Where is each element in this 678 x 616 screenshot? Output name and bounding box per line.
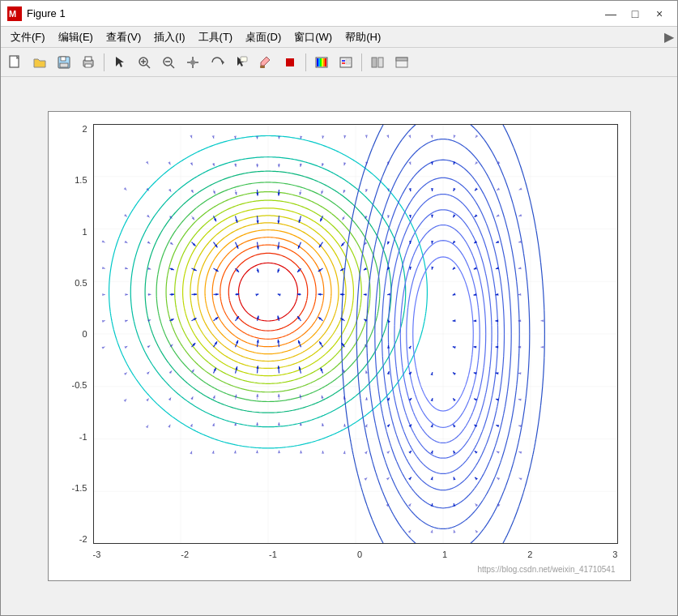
separator-1 [104,53,104,71]
main-window: M Figure 1 — □ × 文件(F) 编辑(E) 查看(V) 插入(I)… [0,0,678,616]
rotate-button[interactable] [206,51,228,74]
colorbar-button[interactable] [310,51,333,74]
minimize-button[interactable]: — [599,5,622,23]
svg-rect-25 [322,58,323,66]
menu-file[interactable]: 文件(F) [4,28,52,46]
select-button[interactable] [109,51,131,74]
svg-text:M: M [9,9,16,19]
svg-line-15 [171,65,174,68]
title-bar: M Figure 1 — □ × [1,1,677,27]
svg-rect-7 [85,57,92,61]
svg-rect-18 [241,57,247,62]
y-label-neg0-5: -0.5 [72,380,87,390]
svg-line-12 [147,65,150,68]
legend-button[interactable] [335,51,357,74]
close-button[interactable]: × [648,5,671,23]
y-label-1: 1 [82,227,87,237]
menu-desktop[interactable]: 桌面(D) [239,28,288,46]
y-label-neg1: -1 [79,432,87,442]
color-button[interactable] [279,51,301,74]
y-label-0: 0 [82,329,87,339]
datacursor-button[interactable] [230,51,253,74]
brush-button[interactable] [254,51,277,74]
svg-rect-19 [260,66,265,68]
svg-rect-33 [372,58,377,67]
svg-rect-26 [323,58,325,66]
menu-insert[interactable]: 插入(I) [147,28,191,46]
menu-window[interactable]: 窗口(W) [288,28,339,46]
window-controls: — □ × [599,5,671,23]
separator-3 [361,53,362,71]
svg-point-16 [190,60,195,65]
hide-tools-button[interactable] [366,51,389,74]
separator-2 [305,53,306,71]
new-button[interactable] [4,51,27,74]
svg-rect-32 [346,62,350,64]
svg-rect-4 [61,57,66,61]
menu-bar: 文件(F) 编辑(E) 查看(V) 插入(I) 工具(T) 桌面(D) 窗口(W… [1,27,677,48]
maximize-button[interactable]: □ [624,5,646,23]
figure-container: 2 1.5 1 0.5 0 -0.5 -1 -1.5 -2 -3 -2 -1 0… [48,111,631,581]
x-label-2: 2 [527,550,532,559]
svg-rect-36 [396,58,407,61]
plot-area: 2 1.5 1 0.5 0 -0.5 -1 -1.5 -2 -3 -2 -1 0… [1,77,677,615]
window-title: Figure 1 [27,7,599,19]
pan-button[interactable] [181,51,204,74]
y-label-neg2: -2 [79,534,87,544]
svg-rect-23 [318,58,320,66]
menu-tools[interactable]: 工具(T) [192,28,240,46]
menu-view[interactable]: 查看(V) [100,28,147,46]
toolbar [1,48,677,77]
zoom-in-button[interactable] [133,51,156,74]
dock-button[interactable] [390,51,413,74]
svg-rect-5 [60,63,68,67]
x-label-neg3: -3 [93,550,101,559]
x-label-3: 3 [612,550,617,559]
app-icon: M [7,6,22,21]
y-label-neg1-5: -1.5 [72,483,87,493]
x-label-0: 0 [357,550,362,559]
svg-rect-20 [286,58,294,66]
save-button[interactable] [53,51,75,74]
print-button[interactable] [77,51,100,74]
svg-rect-8 [85,64,92,67]
svg-rect-27 [325,58,326,66]
y-axis-labels: 2 1.5 1 0.5 0 -0.5 -1 -1.5 -2 [49,124,91,544]
svg-rect-31 [346,59,350,61]
open-button[interactable] [28,51,51,74]
menu-arrow: ▶ [664,29,674,45]
watermark: https://blog.csdn.net/weixin_41710541 [477,565,615,574]
svg-rect-22 [317,58,318,66]
svg-rect-24 [320,58,322,66]
svg-rect-34 [378,58,383,67]
y-label-1-5: 1.5 [75,175,87,185]
svg-marker-17 [222,60,224,65]
menu-edit[interactable]: 编辑(E) [52,28,100,46]
axes-canvas-area [93,124,618,544]
zoom-out-button[interactable] [157,51,180,74]
y-label-2: 2 [82,124,87,134]
x-label-1: 1 [442,550,447,559]
x-label-neg1: -1 [269,550,277,559]
menu-help[interactable]: 帮助(H) [339,28,387,46]
y-label-0-5: 0.5 [75,278,87,288]
x-label-neg2: -2 [181,550,189,559]
plot-canvas [93,124,618,544]
